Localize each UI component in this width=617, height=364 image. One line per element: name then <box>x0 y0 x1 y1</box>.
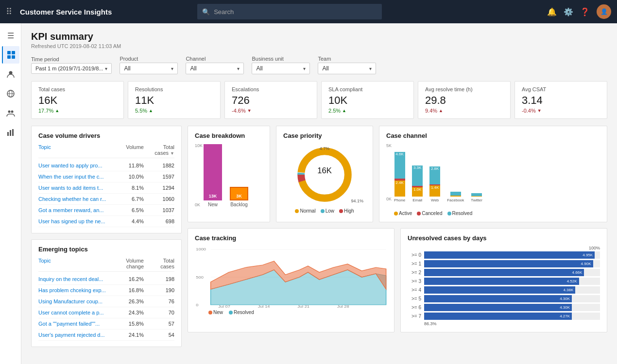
cvd-table-header: Topic Volume Total cases ▼ <box>38 144 174 158</box>
tracking-legend: New Resolved <box>195 310 387 315</box>
pct-normal-label: 94.1% <box>351 199 363 203</box>
kpi-label: Avg CSAT <box>522 86 600 92</box>
unresolved-row: >= 4 4.38K <box>408 286 600 294</box>
table-row[interactable]: User's payment rejected d... 24.1% 54 <box>38 330 174 341</box>
unresolved-bar-value: 4.52K <box>567 279 577 283</box>
unresolved-bar-value: 4.30K <box>560 297 570 301</box>
kpi-label: Avg resolve time (h) <box>425 86 503 92</box>
right-charts: Case breakdown 10K 0K 13K New <box>188 126 607 347</box>
filter-business-unit-select[interactable]: All ▾ <box>252 63 310 74</box>
avatar[interactable]: 👤 <box>597 4 611 19</box>
sidebar-item-person[interactable] <box>2 66 19 83</box>
cc-group-email: 3.3K 1.0K Email <box>412 165 423 202</box>
table-row[interactable]: When the user input the c... 10.0% 1597 <box>38 171 174 182</box>
cc-y-max: 5K <box>386 143 392 148</box>
sidebar-item-globe[interactable] <box>2 85 19 102</box>
notification-icon[interactable]: 🔔 <box>547 7 557 17</box>
kpi-value: 10K <box>328 94 407 107</box>
hamburger-icon[interactable]: ☰ <box>7 27 14 44</box>
case-priority-title: Case priority <box>283 132 366 139</box>
case-channel-title: Case channel <box>386 132 600 139</box>
unresolved-bar-fill: 4.27K <box>424 313 572 320</box>
charts-bottom-row: Case tracking 1000 500 0 <box>188 228 607 332</box>
help-icon[interactable]: ❓ <box>580 7 590 17</box>
case-channel-card: Case channel 5K 0K 4.6K 2.4K <box>379 126 607 222</box>
grid-icon[interactable]: ⠿ <box>6 6 12 17</box>
kpi-arrow: ▼ <box>247 108 252 113</box>
svg-text:Jul 07: Jul 07 <box>218 304 230 309</box>
filter-channel-select[interactable]: All ▾ <box>186 63 244 74</box>
layout: ☰ KPI summary Refreshed UTC 2019-08-02 1… <box>0 23 617 364</box>
pct-high-label: 4.7% <box>320 146 330 151</box>
emerging-topics-panel: Emerging topics Topic Volume change Tota… <box>31 239 182 347</box>
unresolved-bar-value: 4.27K <box>560 314 570 318</box>
search-input[interactable] <box>214 8 377 16</box>
top-nav: ⠿ Customer Service Insights 🔍 🔔 ⚙️ ❓ 👤 <box>0 0 617 23</box>
col-topic-header: Topic <box>38 144 121 156</box>
kpi-value: 3.14 <box>522 94 600 107</box>
sidebar-item-dashboard[interactable] <box>2 46 19 64</box>
kpi-value: 726 <box>232 94 310 107</box>
search-box[interactable]: 🔍 <box>197 4 382 19</box>
unresolved-row: >= 0 4.95K <box>408 251 600 259</box>
filter-team-select[interactable]: All ▾ <box>318 63 376 74</box>
page-title: KPI summary <box>31 31 607 42</box>
table-row[interactable]: User cannot complete a p... 24.3% 70 <box>38 307 174 318</box>
case-priority-chart: 16K 4.7% 94.1% Normal Low High <box>283 143 366 214</box>
pct-100-label: 100% <box>408 246 600 250</box>
kpi-change: 5.5% ▲ <box>135 108 213 114</box>
unresolved-day-label: >= 4 <box>408 287 421 293</box>
table-row[interactable]: Checking whether he can r... 6.7% 1060 <box>38 194 174 205</box>
table-row[interactable]: User wants to add items t... 8.1% 1294 <box>38 182 174 194</box>
filter-team-label: Team <box>318 56 376 62</box>
case-priority-legend: Normal Low High <box>295 208 354 214</box>
pct-86-label: 86.3% <box>408 321 600 326</box>
emerging-topics-table: Topic Volume change Total cases Inquiry … <box>38 258 174 341</box>
cc-y-min: 0K <box>386 197 392 201</box>
filter-time-period-select[interactable]: Past 1 m (2019/7/1-2019/8... ▾ <box>31 63 112 74</box>
unresolved-bar-fill: 4.38K <box>424 286 575 294</box>
cb-bar-new: 13K New <box>204 144 222 207</box>
table-row[interactable]: User wanted to apply pro... 11.8% 1882 <box>38 160 174 171</box>
table-row[interactable]: User has signed up the ne... 4.4% 698 <box>38 216 174 227</box>
table-row[interactable]: Got a ""payment failed""... 15.8% 57 <box>38 318 174 330</box>
case-breakdown-card: Case breakdown 10K 0K 13K New <box>188 126 270 222</box>
cb-bar-new-x-label: New <box>208 202 218 207</box>
kpi-card-4: Avg resolve time (h) 29.8 9.4% ▲ <box>418 81 511 119</box>
filter-channel-label: Channel <box>186 56 244 62</box>
table-row[interactable]: Inquiry on the recent deal... 16.2% 198 <box>38 274 174 285</box>
top-nav-right: 🔔 ⚙️ ❓ 👤 <box>547 4 611 19</box>
unresolved-bar-value: 4.38K <box>563 288 573 292</box>
chevron-down-icon: ▾ <box>105 66 107 71</box>
filter-product: Product All ▾ <box>120 56 178 74</box>
case-volume-drivers-table: Topic Volume Total cases ▼ User wanted t… <box>38 144 174 227</box>
unresolved-cases-card: Unresolved cases by days 100% >= 0 4.95K… <box>400 228 607 332</box>
svg-point-8 <box>8 111 10 113</box>
et-table-header: Topic Volume change Total cases <box>38 258 174 272</box>
chevron-down-icon: ▾ <box>303 66 306 71</box>
sidebar-item-team[interactable] <box>2 104 19 122</box>
filter-channel: Channel All ▾ <box>186 56 244 74</box>
sidebar-thin: ☰ <box>0 23 21 364</box>
svg-text:Jul 21: Jul 21 <box>297 304 309 309</box>
unresolved-bar-value: 4.90K <box>581 262 591 266</box>
cb-y-max: 10K <box>195 143 203 148</box>
settings-icon[interactable]: ⚙️ <box>564 7 573 17</box>
table-row[interactable]: Got a member reward, an... 6.5% 1037 <box>38 205 174 216</box>
svg-rect-3 <box>12 55 15 59</box>
sidebar-item-chart[interactable] <box>2 124 19 141</box>
kpi-card-1: Resolutions 11K 5.5% ▲ <box>128 81 221 119</box>
table-row[interactable]: Using Manufacturer coup... 26.3% 76 <box>38 296 174 307</box>
unresolved-day-label: >= 2 <box>408 270 421 275</box>
svg-rect-11 <box>10 130 11 136</box>
case-volume-drivers-panel: Case volume drivers Topic Volume Total c… <box>31 126 182 233</box>
table-row[interactable]: Has problem chceking exp... 16.8% 190 <box>38 285 174 296</box>
filter-product-select[interactable]: All ▾ <box>120 63 178 74</box>
unresolved-bar-fill: 4.95K <box>424 251 595 259</box>
case-tracking-chart: 1000 500 0 <box>195 246 387 323</box>
kpi-arrow: ▼ <box>537 108 542 113</box>
filter-business-unit: Business unit All ▾ <box>252 56 310 74</box>
filter-team: Team All ▾ <box>318 56 376 74</box>
kpi-change: 9.4% ▲ <box>425 108 503 114</box>
unresolved-row: >= 7 4.27K <box>408 313 600 320</box>
